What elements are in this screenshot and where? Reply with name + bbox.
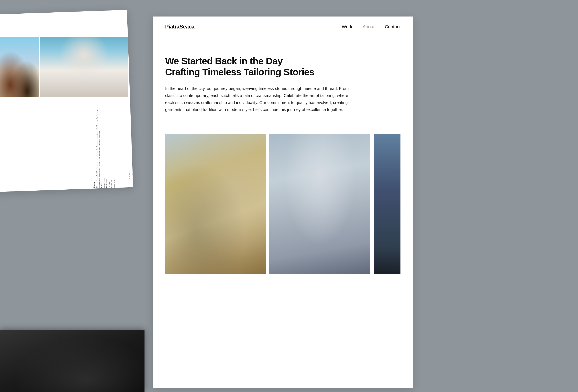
colorway-label: Colorway bbox=[111, 102, 113, 188]
modeling-label: Modelwrap bbox=[105, 102, 108, 188]
image-left-inner bbox=[0, 37, 39, 97]
image-grid bbox=[0, 37, 128, 97]
hero-title: We Started Back in the Day Crafting Time… bbox=[165, 56, 400, 78]
left-panel-nav: Work About Contact bbox=[128, 171, 133, 179]
gallery-image-1-overlay bbox=[165, 134, 266, 274]
colorway-value: Pearl White bbox=[113, 103, 116, 188]
left-panel: PiatraSeaca Runway Discover the perfect … bbox=[0, 10, 133, 192]
nav-link-work[interactable]: Work bbox=[342, 24, 352, 30]
gallery-image-1 bbox=[165, 134, 266, 274]
runway-description: Discover the perfect blend of fashion an… bbox=[96, 104, 100, 188]
hero-body: In the heart of the city, our journey be… bbox=[165, 85, 355, 113]
left-nav-contact[interactable]: Contact bbox=[128, 171, 131, 179]
image-left bbox=[0, 37, 39, 97]
logo: PiatraSeaca bbox=[165, 24, 194, 30]
gallery-image-2-overlay bbox=[269, 134, 370, 274]
modeling-value: 170 cm bbox=[108, 103, 111, 188]
hero-title-line1: We Started Back in the Day bbox=[165, 56, 283, 66]
right-panel: PiatraSeaca Work About Contact We Starte… bbox=[153, 16, 413, 388]
bottom-area-overlay bbox=[0, 330, 144, 392]
gallery-section bbox=[153, 126, 413, 274]
fabric-label: Fabric bbox=[101, 102, 103, 188]
nav-link-contact[interactable]: Contact bbox=[385, 24, 400, 30]
image-right bbox=[40, 37, 128, 97]
hero-title-line2: Crafting Timeless Tailoring Stories bbox=[165, 67, 314, 77]
gallery-image-2 bbox=[269, 134, 370, 274]
image-right-figure bbox=[40, 37, 128, 97]
navbar: PiatraSeaca Work About Contact bbox=[153, 16, 413, 37]
hero-section: We Started Back in the Day Crafting Time… bbox=[153, 37, 413, 126]
gallery-image-3-overlay bbox=[374, 134, 400, 274]
nav-link-about[interactable]: About bbox=[363, 24, 375, 30]
bottom-car-area bbox=[0, 330, 144, 392]
nav-links: Work About Contact bbox=[342, 24, 400, 30]
runway-text-block: Runway Discover the perfect blend of fas… bbox=[93, 102, 116, 188]
gallery-image-3 bbox=[374, 134, 400, 274]
runway-title: Runway bbox=[93, 103, 96, 188]
fabric-value: Cotton, Satin bbox=[103, 103, 106, 188]
